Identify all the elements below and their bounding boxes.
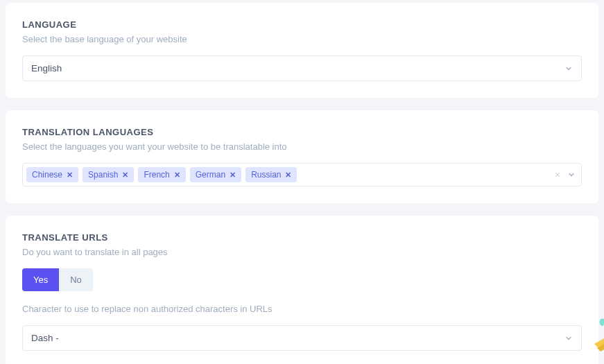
tag-label: French (144, 170, 169, 180)
urls-title: TRANSLATE URLS (22, 232, 582, 243)
remove-tag-icon[interactable]: ✕ (122, 171, 128, 180)
language-desc: Select the base language of your website (22, 34, 582, 44)
replace-char-value: Dash - (31, 333, 59, 343)
language-select-value: English (31, 63, 62, 73)
tag-spanish: Spanish ✕ (83, 167, 134, 182)
toggle-yes-button[interactable]: Yes (22, 268, 59, 291)
clear-all-icon[interactable]: × (555, 170, 560, 180)
tag-label: Spanish (88, 170, 118, 180)
chevron-down-icon (564, 334, 573, 343)
language-title: LANGUAGE (22, 19, 582, 30)
remove-tag-icon[interactable]: ✕ (174, 171, 180, 180)
urls-desc: Do you want to translate in all pages (22, 247, 582, 257)
tag-german: German ✕ (190, 167, 241, 182)
toggle-no-button[interactable]: No (59, 268, 93, 291)
multiselect-actions: × (555, 170, 576, 180)
translate-urls-toggle: Yes No (22, 268, 93, 291)
translation-card: TRANSLATION LANGUAGES Select the languag… (6, 110, 598, 203)
tag-chinese: Chinese ✕ (26, 167, 78, 182)
tag-french: French ✕ (138, 167, 185, 182)
tag-label: German (196, 170, 225, 180)
replace-char-desc: Character to use to replace non authoriz… (22, 304, 582, 314)
translation-desc: Select the languages you want your websi… (22, 141, 582, 152)
translation-multiselect[interactable]: Chinese ✕ Spanish ✕ French ✕ German ✕ Ru… (22, 163, 582, 187)
remove-tag-icon[interactable]: ✕ (285, 171, 291, 180)
tag-russian: Russian ✕ (245, 167, 297, 182)
tag-label: Chinese (32, 170, 62, 180)
remove-tag-icon[interactable]: ✕ (67, 171, 73, 180)
tag-label: Russian (251, 170, 281, 180)
replace-char-select[interactable]: Dash - (22, 325, 582, 351)
urls-card: TRANSLATE URLS Do you want to translate … (6, 216, 598, 364)
translation-tags: Chinese ✕ Spanish ✕ French ✕ German ✕ Ru… (26, 167, 551, 182)
language-card: LANGUAGE Select the base language of you… (6, 3, 598, 98)
translation-title: TRANSLATION LANGUAGES (22, 127, 582, 137)
chevron-down-icon (564, 64, 573, 73)
language-select[interactable]: English (22, 55, 582, 81)
remove-tag-icon[interactable]: ✕ (230, 171, 236, 180)
chevron-down-icon[interactable] (567, 171, 576, 179)
